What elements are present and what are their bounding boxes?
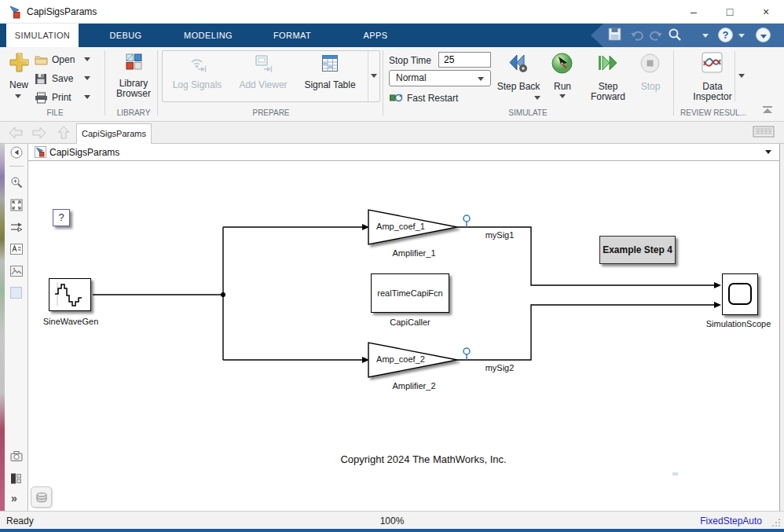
solver-link[interactable]: FixedStepAuto: [700, 515, 762, 526]
background-window-bottom-edge: [0, 529, 784, 532]
open-button[interactable]: Open: [52, 54, 75, 65]
model-data-button[interactable]: [31, 486, 52, 508]
prepare-gallery-caret[interactable]: [371, 74, 377, 78]
step-forward-button[interactable]: Step Forward: [585, 82, 631, 102]
logged-signal-badge-2: [463, 348, 470, 360]
library-section-label: LIBRARY: [104, 108, 163, 117]
collapse-ribbon-icon[interactable]: [760, 105, 775, 114]
new-dropdown-caret[interactable]: [15, 94, 21, 98]
add-viewer-icon: [255, 54, 273, 73]
window-title: CapiSigsParams: [27, 6, 97, 17]
log-signals-button[interactable]: Log Signals: [170, 80, 225, 90]
print-dropdown-caret[interactable]: [84, 95, 90, 99]
add-viewer-button[interactable]: Add Viewer: [236, 80, 291, 90]
keyboard-icon[interactable]: [753, 126, 775, 138]
logged-signal-badge-1: [463, 215, 470, 227]
annotation-icon[interactable]: [10, 243, 23, 255]
fast-restart-checkbox[interactable]: Fast Restart: [407, 93, 458, 104]
library-browser-button[interactable]: Library Browser: [107, 79, 160, 99]
scope-label: SimulationScope: [692, 319, 779, 328]
amp1-label: Amplifier_1: [375, 248, 453, 258]
tab-modeling[interactable]: MODELING: [177, 24, 240, 47]
copyright-annotation[interactable]: Copyright 2024 The MathWorks, Inc.: [302, 453, 545, 465]
breadcrumb-model-name[interactable]: CapiSigsParams: [49, 147, 119, 158]
signal2-name[interactable]: mySig2: [473, 363, 526, 372]
new-button[interactable]: New: [3, 80, 35, 90]
scope-screen: [728, 283, 752, 305]
tab-apps[interactable]: APPS: [355, 24, 396, 47]
unknown-block[interactable]: ?: [53, 209, 70, 226]
navigation-bar: CapiSigsParams: [0, 122, 784, 144]
zoom-level: 100%: [0, 515, 784, 526]
stop-icon: [639, 53, 661, 74]
simulink-app-icon: [9, 6, 22, 19]
stop-time-input[interactable]: [438, 52, 491, 68]
signal-table-button[interactable]: Signal Table: [302, 80, 357, 90]
screenshot-icon[interactable]: [10, 450, 23, 463]
main-area: » CapiSigsParams: [5, 144, 780, 511]
run-caret[interactable]: [559, 94, 566, 98]
maximize-button[interactable]: □: [712, 0, 748, 24]
expand-palette-icon[interactable]: »: [11, 492, 17, 504]
capi-caller-block[interactable]: realTimeCapiFcn: [371, 273, 449, 313]
search-dropdown-caret[interactable]: [702, 34, 709, 38]
save-icon: [35, 73, 47, 85]
database-icon: [35, 491, 49, 504]
redo-icon: [649, 28, 665, 43]
step-back-button[interactable]: Step Back: [496, 82, 540, 92]
data-inspector-button[interactable]: Data Inspector: [690, 82, 735, 102]
back-icon: [8, 127, 24, 139]
editor-area: CapiSigsParams: [28, 144, 780, 511]
library-browser-icon: [126, 53, 142, 70]
save-button[interactable]: Save: [52, 73, 73, 84]
save-dropdown-caret[interactable]: [84, 76, 90, 80]
prepare-section-label: PREPARE: [232, 108, 310, 117]
model-icon: [35, 146, 46, 158]
title-bar: CapiSigsParams – □ ×: [0, 0, 784, 24]
step-back-caret[interactable]: [534, 96, 540, 100]
capi-caller-text: realTimeCapiFcn: [377, 288, 442, 298]
signal1-name[interactable]: mySig1: [473, 230, 526, 240]
fit-to-view-icon[interactable]: [10, 199, 23, 211]
step-forward-icon[interactable]: [596, 52, 619, 75]
search-icon[interactable]: [668, 28, 683, 43]
new-icon[interactable]: [9, 52, 30, 73]
up-icon: [57, 126, 70, 140]
tab-debug[interactable]: DEBUG: [98, 24, 153, 47]
minimize-button[interactable]: –: [676, 0, 712, 24]
breadcrumb: CapiSigsParams: [28, 144, 779, 161]
tab-format[interactable]: FORMAT: [266, 24, 319, 47]
open-dropdown-caret[interactable]: [84, 57, 90, 61]
qat-save-icon[interactable]: [608, 28, 624, 43]
run-icon[interactable]: [551, 52, 573, 75]
tab-simulation[interactable]: SIMULATION: [6, 24, 79, 47]
scope-block[interactable]: [722, 273, 758, 315]
signal-routing-icon[interactable]: [10, 221, 23, 233]
quick-access-toolbar: ?: [591, 24, 784, 47]
zoom-region-icon[interactable]: [10, 176, 23, 189]
help-dropdown-caret[interactable]: [738, 34, 745, 38]
ribbon: New Open Save Print FILE Library Browser…: [0, 47, 784, 122]
sine-wave-block[interactable]: [49, 278, 91, 311]
annotation-note[interactable]: Example Step 4: [599, 236, 676, 264]
review-dropdown-caret[interactable]: [738, 74, 745, 78]
resize-grip[interactable]: [771, 518, 781, 527]
document-tab[interactable]: CapiSigsParams: [76, 123, 152, 144]
forward-icon: [31, 127, 47, 139]
diagram-canvas[interactable]: ? SineWaveGen Amp_coef_1 Amplifier_1 myS…: [28, 161, 779, 511]
amp1-gain-text: Amp_coef_1: [372, 222, 430, 231]
area-box-icon[interactable]: [10, 287, 22, 299]
breadcrumb-dropdown-caret[interactable]: [765, 150, 771, 154]
image-icon[interactable]: [10, 265, 23, 277]
toolstrip-options-icon[interactable]: [756, 28, 771, 42]
review-section-label: REVIEW RESUL...: [677, 108, 749, 117]
sim-mode-caret: [478, 77, 484, 81]
print-button[interactable]: Print: [52, 92, 71, 103]
panel-icon[interactable]: [10, 472, 23, 485]
hide-browser-icon[interactable]: [10, 146, 23, 159]
help-icon[interactable]: ?: [718, 28, 733, 42]
close-button[interactable]: ×: [748, 0, 784, 24]
sim-mode-dropdown[interactable]: Normal: [389, 70, 491, 86]
run-button[interactable]: Run: [546, 82, 579, 92]
capi-caller-label: CapiCaller: [379, 317, 441, 327]
